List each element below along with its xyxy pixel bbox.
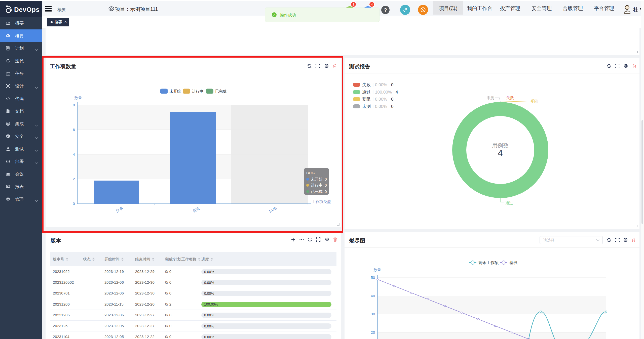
svg-text:20: 20: [371, 330, 375, 334]
svg-text:数量: 数量: [373, 268, 381, 272]
svg-text:0: 0: [391, 104, 393, 109]
svg-text:通过: 通过: [505, 201, 513, 205]
svg-text:0.00%: 0.00%: [375, 97, 387, 102]
svg-text:0: 0: [391, 97, 393, 102]
svg-text:通过: 通过: [362, 90, 371, 95]
svg-text:未测: 未测: [487, 96, 494, 100]
svg-text:|: |: [372, 90, 373, 94]
svg-text:4: 4: [396, 90, 398, 95]
svg-text:失败: 失败: [362, 82, 371, 87]
svg-text:40: 40: [371, 294, 375, 298]
svg-text:4: 4: [498, 148, 503, 158]
svg-text:|: |: [372, 97, 373, 101]
svg-text:50: 50: [371, 275, 375, 280]
svg-text:|: |: [372, 104, 373, 109]
svg-text:30: 30: [371, 312, 375, 316]
svg-text:|: |: [372, 82, 373, 87]
svg-text:未测: 未测: [362, 104, 371, 109]
svg-text:0.00%: 0.00%: [375, 104, 387, 109]
svg-text:剩余工作项: 剩余工作项: [478, 261, 499, 265]
svg-text:失败: 失败: [506, 96, 514, 100]
svg-text:0: 0: [391, 82, 393, 87]
svg-text:100.00%: 100.00%: [375, 90, 392, 95]
svg-text:受阻: 受阻: [362, 97, 371, 102]
svg-text:受阻: 受阻: [531, 99, 538, 103]
svg-text:0.00%: 0.00%: [375, 82, 387, 87]
svg-text:基线: 基线: [509, 261, 517, 265]
